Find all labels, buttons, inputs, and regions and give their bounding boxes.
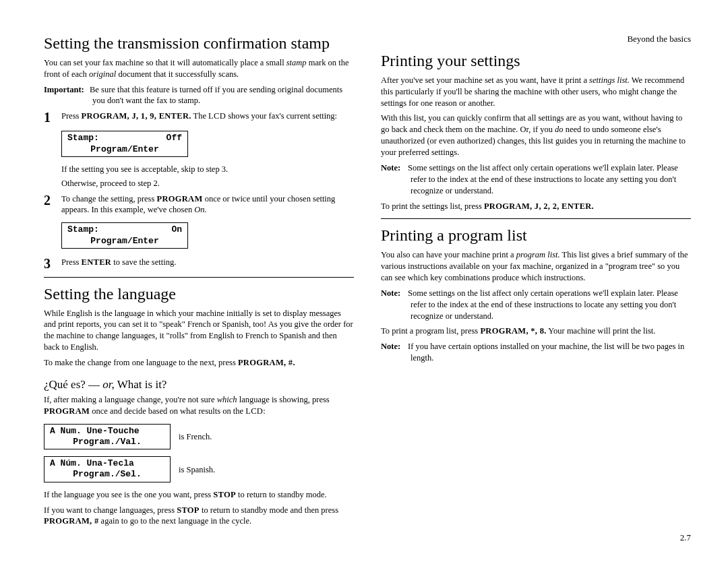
heading-program-list: Printing a program list [381,226,691,245]
language-stop: If the language you see is the one you w… [44,489,354,501]
program-list-print-instruction: To print a program list, press PROGRAM, … [381,325,691,337]
program-list-note-1: Note:Some settings on the list affect on… [381,288,691,322]
subheading-que-es: ¿Qué es? — or, What is it? [44,378,354,392]
stamp-intro: You can set your fax machine so that it … [44,57,354,80]
settings-p2: With this list, you can quickly confirm … [381,113,691,158]
language-change-again: If you want to change languages, press S… [44,505,354,528]
left-column: Setting the transmission confirmation st… [44,34,354,531]
settings-note-1: Note:Some settings on the list affect on… [381,162,691,197]
lcd-spanish-row: A Núm. Una-Tecla Program./Sel. is Spanis… [44,454,354,487]
running-head: Beyond the basics [381,34,691,44]
right-column: Beyond the basics Printing your settings… [381,34,691,531]
section-rule [44,277,354,278]
language-make-change: To make the change from one language to … [44,357,354,369]
post-lcd-1b: Otherwise, proceed to step 2. [61,178,354,189]
section-rule-right [381,218,691,219]
is-french: is French. [179,432,212,442]
program-list-note-2: Note:If you have certain options install… [381,341,691,364]
step-2: 2 To change the setting, press PROGRAM o… [44,193,354,216]
lcd-french-row: A Num. Une-Touche Program./Val. is Frenc… [44,421,354,454]
stamp-step3: 3 Press ENTER to save the setting. [44,257,354,270]
settings-print-instruction: To print the settings list, press PROGRA… [381,201,691,212]
page: Setting the transmission confirmation st… [0,0,728,551]
lcd-spanish: A Núm. Una-Tecla Program./Sel. [44,456,171,482]
heading-stamp: Setting the transmission confirmation st… [44,34,354,53]
lcd-stamp-off: Stamp:Off Program/Enter [61,131,188,157]
language-intro: While English is the language in which y… [44,308,354,354]
stamp-step2: 2 To change the setting, press PROGRAM o… [44,193,354,216]
page-number: 2.7 [680,532,691,543]
que-es-text: If, after making a language change, you'… [44,394,354,417]
is-spanish: is Spanish. [179,465,215,475]
important-note: Important:Be sure that this feature is t… [44,84,354,107]
settings-p1: After you've set your machine set as you… [381,75,691,109]
step-3: 3 Press ENTER to save the setting. [44,257,354,270]
lcd-french: A Num. Une-Touche Program./Val. [44,424,171,450]
post-lcd-1a: If the setting you see is acceptable, sk… [61,164,354,175]
step-1: 1 Press PROGRAM, J, 1, 9, ENTER. The LCD… [44,111,354,124]
program-list-p1: You also can have your machine print a p… [381,249,691,284]
stamp-steps: 1 Press PROGRAM, J, 1, 9, ENTER. The LCD… [44,111,354,124]
lcd-stamp-on: Stamp:On Program/Enter [61,222,188,249]
heading-print-settings: Printing your settings [381,51,691,71]
heading-language: Setting the language [44,284,354,304]
